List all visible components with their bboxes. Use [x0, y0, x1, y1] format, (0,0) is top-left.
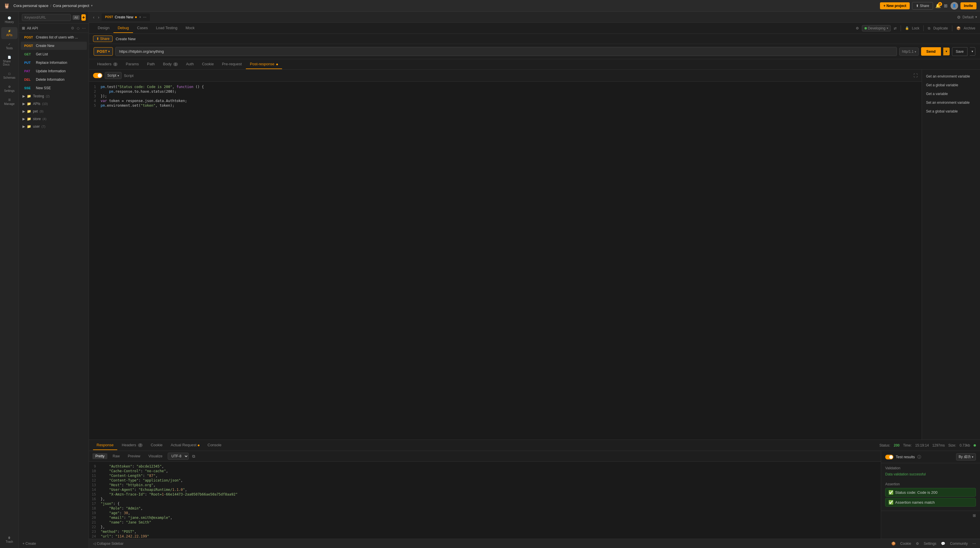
method-selector[interactable]: POST ▾	[94, 47, 113, 56]
settings-bottom-label[interactable]: Settings	[924, 542, 936, 546]
folder-testing[interactable]: ▶ 📁 Testing (2)	[19, 92, 89, 100]
resp-tab-console[interactable]: Console	[204, 440, 225, 450]
test-info-icon[interactable]: ⓘ	[917, 454, 921, 460]
archive-label[interactable]: Archive	[964, 26, 975, 30]
lock-label[interactable]: Lock	[912, 26, 920, 30]
tab-pre-request[interactable]: Pre-request	[218, 59, 246, 69]
more-icon[interactable]: ⋯	[82, 26, 86, 30]
invite-button[interactable]: Invite	[961, 2, 977, 10]
tab-post-response[interactable]: Post-response	[246, 59, 282, 69]
tab-load-testing[interactable]: Load Testing	[152, 23, 182, 33]
folder-apis[interactable]: ▶ 📁 APIs (10)	[19, 100, 89, 108]
folder-pet[interactable]: ▶ 📁 pet (9)	[19, 108, 89, 115]
save-button[interactable]: Save	[952, 47, 967, 56]
resp-tab-response[interactable]: Response	[93, 440, 117, 450]
encoding-selector[interactable]: UTF-8	[168, 453, 189, 460]
breadcrumb-sep: /	[50, 3, 51, 8]
format-raw-button[interactable]: Raw	[110, 453, 123, 459]
script-toggle[interactable]	[93, 73, 102, 78]
snippet-item[interactable]: Get a global variable	[922, 81, 980, 89]
code-editor[interactable]: 1pm.test("Status code: Code is 200", fun…	[89, 82, 922, 440]
test-by-selector[interactable]: By 成功 ▾	[956, 453, 976, 461]
format-preview-button[interactable]: Preview	[125, 453, 143, 459]
tab-auth[interactable]: Auth	[182, 59, 198, 69]
env-selector[interactable]: Developing ▾	[862, 25, 891, 32]
create-button[interactable]: + Create	[19, 539, 89, 548]
sidebar-item-share-docs[interactable]: 📄 Share Docs	[1, 53, 18, 68]
nav-item-pat-update[interactable]: PAT Update Information	[21, 67, 87, 75]
tab-headers[interactable]: Headers 1	[93, 59, 122, 69]
sidebar-item-apis[interactable]: ⚡ APIs	[1, 27, 18, 39]
tab-debug[interactable]: Debug	[113, 23, 133, 33]
share-bar-button[interactable]: ⬆ Share	[93, 36, 113, 42]
nav-item-get-list[interactable]: GET Get List	[21, 50, 87, 58]
tab-body[interactable]: Body 1	[159, 59, 182, 69]
tab-cookie[interactable]: Cookie	[198, 59, 218, 69]
http-version-selector[interactable]: http/1.1 ▾	[899, 48, 918, 56]
response-code-line: 9 "Authtoken": "abcde12345",	[89, 464, 881, 469]
nav-item-del-delete[interactable]: DEL Delete Information	[21, 76, 87, 84]
add-button[interactable]: +	[81, 14, 86, 21]
resp-tab-cookie[interactable]: Cookie	[147, 440, 166, 450]
share-button[interactable]: ⬆ Share	[912, 2, 933, 10]
grid-icon[interactable]: ⊞	[944, 3, 948, 8]
tab-prev-button[interactable]: ‹	[92, 14, 95, 20]
expand-button[interactable]: ⛶	[913, 73, 918, 78]
format-visualize-button[interactable]: Visualize	[146, 453, 165, 459]
collapse-sidebar-button[interactable]: ◁ Collapse Sidebar	[93, 542, 123, 546]
line-content: "email": "jane.smith@example",	[100, 516, 172, 520]
send-dropdown-button[interactable]: ▾	[943, 48, 950, 56]
nav-item-sse[interactable]: SSE New SSE	[21, 84, 87, 92]
settings-icon-tab[interactable]: ⚙	[957, 15, 961, 19]
send-button[interactable]: Send	[921, 47, 941, 56]
settings-icon-small[interactable]: ⚙	[71, 26, 75, 30]
validation-text[interactable]: Data validation successful	[885, 472, 926, 476]
new-project-button[interactable]: + New project	[880, 2, 910, 10]
folder-store[interactable]: ▶ 📁 store (4)	[19, 115, 89, 123]
tab-cases[interactable]: Cases	[133, 23, 152, 33]
community-label[interactable]: Community	[950, 542, 968, 546]
response-code-line: 16},	[89, 497, 881, 501]
resp-tab-headers[interactable]: Headers 7	[118, 440, 146, 450]
script-type-selector[interactable]: Script ▾	[105, 72, 122, 79]
nav-item-creates-list[interactable]: POST Creates list of users with ...	[21, 33, 87, 41]
sidebar-item-trash[interactable]: 🗑 Trash	[1, 534, 18, 546]
test-toggle[interactable]	[885, 455, 893, 459]
sidebar-item-tests[interactable]: ✓ Tests	[1, 40, 18, 52]
tab-create-new[interactable]: POST Create New + ⋯	[102, 13, 150, 21]
resp-tab-actual-request[interactable]: Actual Request	[167, 440, 203, 450]
avatar[interactable]: 👤	[951, 2, 958, 10]
tab-params[interactable]: Params	[122, 59, 143, 69]
copy-button[interactable]: ⧉	[192, 454, 195, 459]
sidebar-item-manage[interactable]: ☰ Manage	[1, 96, 18, 108]
cookie-label[interactable]: Cookie	[900, 542, 911, 546]
expand-table-icon[interactable]: ⊞	[973, 513, 976, 518]
sidebar-item-settings[interactable]: ⚙ Settings	[1, 83, 18, 95]
url-input[interactable]	[115, 47, 897, 56]
search-input[interactable]	[22, 14, 71, 21]
folder-user[interactable]: ▶ 📁 user (7)	[19, 123, 89, 130]
nav-item-create-new[interactable]: POST Create New	[21, 42, 87, 50]
tab-next-button[interactable]: ›	[97, 14, 100, 20]
snippet-item[interactable]: Set a global variable	[922, 107, 980, 116]
tab-add-icon[interactable]: +	[139, 15, 141, 19]
filter-icon[interactable]: ⚙	[856, 26, 859, 30]
snippet-item[interactable]: Set an environment variable	[922, 98, 980, 107]
sidebar-item-history[interactable]: 🕐 History	[1, 14, 18, 26]
save-dropdown-button[interactable]: ▾	[970, 47, 975, 56]
expand-icon[interactable]: ⇄	[894, 26, 897, 30]
sidebar-item-schemas[interactable]: ◻ Schemas	[1, 70, 18, 82]
tab-mock[interactable]: Mock	[181, 23, 199, 33]
tab-more-icon[interactable]: ⋯	[143, 15, 146, 19]
tab-design[interactable]: Design	[94, 23, 113, 33]
tab-path[interactable]: Path	[143, 59, 159, 69]
nav-item-put-replace[interactable]: PUT Replace Information	[21, 59, 87, 67]
snippet-item[interactable]: Get a variable	[922, 89, 980, 98]
duplicate-label[interactable]: Duplicate	[933, 26, 948, 30]
format-pretty-button[interactable]: Pretty	[92, 453, 107, 459]
more-options-icon[interactable]: ⋯	[972, 542, 976, 546]
chevron-down-icon-default[interactable]: ▾	[975, 15, 977, 19]
branch-icon[interactable]: ◇	[77, 26, 80, 30]
notification-icon[interactable]: 🔔 2	[935, 3, 941, 8]
snippet-item[interactable]: Get an environment variable	[922, 72, 980, 81]
